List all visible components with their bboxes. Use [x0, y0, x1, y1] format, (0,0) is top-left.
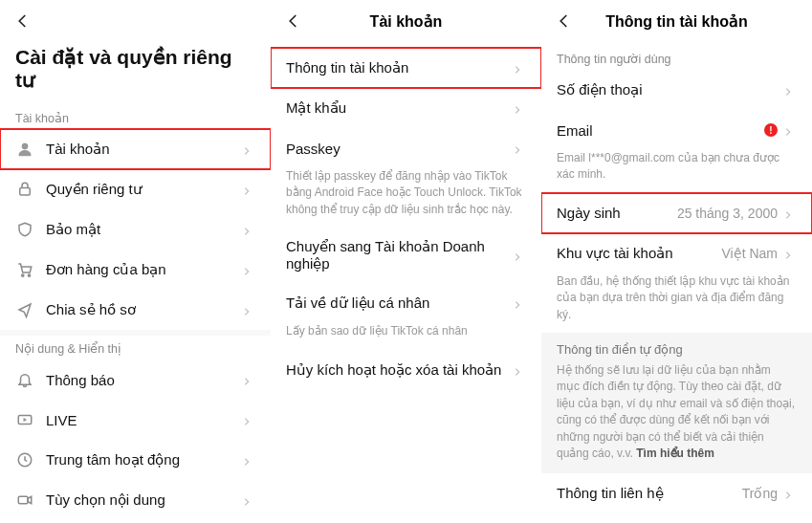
- chevron-right-icon: [242, 303, 255, 316]
- share-icon: [15, 300, 34, 319]
- page-title: Cài đặt và quyền riêng tư: [0, 42, 271, 105]
- lock-icon: [15, 180, 34, 199]
- back-arrow-icon: [285, 12, 302, 30]
- header-title: Thông tin tài khoản: [541, 12, 812, 31]
- email-subtext: Email l***0@gmail.com của bạn chưa được …: [541, 150, 812, 193]
- shield-icon: [15, 220, 34, 239]
- chevron-right-icon: [242, 142, 255, 156]
- chevron-right-icon: [242, 453, 255, 467]
- row-download-data[interactable]: Tải về dữ liệu cá nhân: [271, 283, 541, 323]
- row-label: Đơn hàng của bạn: [46, 261, 242, 278]
- chevron-right-icon: [242, 223, 255, 236]
- row-dob[interactable]: Ngày sinh 25 tháng 3, 2000: [541, 193, 812, 233]
- back-button[interactable]: [282, 10, 305, 33]
- chevron-right-icon: [242, 493, 255, 507]
- settings-panel: Cài đặt và quyền riêng tư Tài khoản Tài …: [0, 0, 271, 523]
- chevron-right-icon: [513, 363, 526, 377]
- row-label: Mật khẩu: [286, 99, 513, 117]
- row-password[interactable]: Mật khẩu: [271, 88, 541, 128]
- row-label: LIVE: [46, 412, 242, 428]
- row-contact-info[interactable]: Thông tin liên hệ Trống: [541, 473, 812, 513]
- clock-icon: [15, 450, 34, 469]
- autofill-body: Hệ thống sẽ lưu lại dữ liệu của bạn nhằm…: [557, 362, 797, 462]
- passkey-subtext: Thiết lập passkey để đăng nhập vào TikTo…: [271, 168, 541, 228]
- row-label: Ngày sinh: [557, 205, 677, 221]
- autofill-info-block: Thông tin điền tự động Hệ thống sẽ lưu l…: [541, 333, 812, 473]
- row-label: Tài khoản: [46, 141, 242, 158]
- section-label-content: Nội dung & Hiển thị: [0, 336, 271, 360]
- row-privacy[interactable]: Quyền riêng tư: [0, 169, 271, 209]
- chevron-right-icon: [242, 263, 255, 276]
- row-value: Trống: [742, 486, 778, 501]
- svg-rect-1: [20, 188, 31, 196]
- account-panel: Tài khoản Thông tin tài khoản Mật khẩu P…: [271, 0, 541, 523]
- row-business[interactable]: Chuyển sang Tài khoản Doanh nghiệp: [271, 228, 541, 283]
- chevron-right-icon: [242, 413, 255, 426]
- row-label: Bảo mật: [46, 221, 242, 238]
- row-phone[interactable]: Số điện thoại: [541, 70, 812, 110]
- back-button[interactable]: [11, 10, 34, 33]
- svg-point-2: [22, 274, 24, 276]
- row-deactivate[interactable]: Hủy kích hoạt hoặc xóa tài khoản: [271, 350, 541, 390]
- row-account[interactable]: Tài khoản: [0, 129, 271, 169]
- chevron-right-icon: [513, 249, 526, 262]
- header-title: Tài khoản: [271, 12, 541, 31]
- row-label: Email: [557, 122, 764, 139]
- section-label-user: Thông tin người dùng: [541, 42, 812, 70]
- row-label: Tùy chọn nội dung: [46, 491, 242, 509]
- chevron-right-icon: [783, 123, 797, 137]
- row-label: Passkey: [286, 141, 513, 157]
- header: Tài khoản: [271, 0, 541, 42]
- row-notifications[interactable]: Thông báo: [0, 360, 271, 400]
- chevron-right-icon: [513, 296, 526, 310]
- row-label: Hủy kích hoạt hoặc xóa tài khoản: [286, 361, 513, 379]
- chevron-right-icon: [242, 183, 255, 196]
- live-icon: [15, 410, 34, 429]
- chevron-right-icon: [783, 207, 797, 220]
- chevron-right-icon: [513, 142, 526, 155]
- chevron-right-icon: [783, 487, 797, 500]
- row-live[interactable]: LIVE: [0, 400, 271, 440]
- download-subtext: Lấy bản sao dữ liệu TikTok cá nhân: [271, 323, 541, 349]
- row-label: Trung tâm hoạt động: [46, 451, 242, 469]
- row-passkey[interactable]: Passkey: [271, 128, 541, 168]
- chevron-right-icon: [513, 61, 526, 75]
- row-label: Chuyển sang Tài khoản Doanh nghiệp: [286, 238, 513, 272]
- chevron-right-icon: [513, 101, 526, 115]
- bell-icon: [15, 370, 34, 389]
- svg-rect-6: [18, 496, 28, 504]
- video-icon: [15, 490, 34, 510]
- chevron-right-icon: [783, 83, 797, 97]
- row-value: Việt Nam: [721, 246, 778, 261]
- row-label: Tải về dữ liệu cá nhân: [286, 294, 513, 312]
- row-account-info[interactable]: Thông tin tài khoản: [271, 48, 541, 88]
- row-email[interactable]: Email !: [541, 110, 812, 150]
- back-button[interactable]: [553, 10, 576, 33]
- learn-more-link[interactable]: Tìm hiểu thêm: [636, 447, 714, 460]
- row-content-prefs[interactable]: Tùy chọn nội dung: [0, 480, 271, 520]
- back-arrow-icon: [14, 12, 32, 30]
- row-label: Thông báo: [46, 372, 242, 388]
- section-label-account: Tài khoản: [0, 105, 271, 129]
- row-label: Thông tin tài khoản: [286, 59, 513, 76]
- autofill-title: Thông tin điền tự động: [557, 342, 797, 357]
- row-share-profile[interactable]: Chia sẻ hồ sơ: [0, 290, 271, 330]
- row-region[interactable]: Khu vực tài khoản Việt Nam: [541, 233, 812, 273]
- svg-point-0: [22, 143, 28, 149]
- region-subtext: Ban đầu, hệ thống thiết lập khu vực tài …: [541, 273, 812, 333]
- row-security[interactable]: Bảo mật: [0, 209, 271, 250]
- row-label: Thông tin liên hệ: [557, 485, 742, 502]
- account-info-panel: Thông tin tài khoản Thông tin người dùng…: [541, 0, 812, 523]
- svg-point-3: [28, 274, 30, 276]
- chevron-right-icon: [783, 247, 797, 260]
- person-icon: [15, 140, 34, 159]
- chevron-right-icon: [242, 373, 255, 386]
- alert-icon: !: [764, 123, 778, 137]
- row-orders[interactable]: Đơn hàng của bạn: [0, 250, 271, 290]
- row-activity-center[interactable]: Trung tâm hoạt động: [0, 440, 271, 480]
- row-label: Khu vực tài khoản: [557, 245, 721, 262]
- back-arrow-icon: [556, 12, 573, 30]
- row-label: Số điện thoại: [557, 81, 783, 98]
- row-label: Chia sẻ hồ sơ: [46, 301, 242, 318]
- row-label: Quyền riêng tư: [46, 181, 242, 198]
